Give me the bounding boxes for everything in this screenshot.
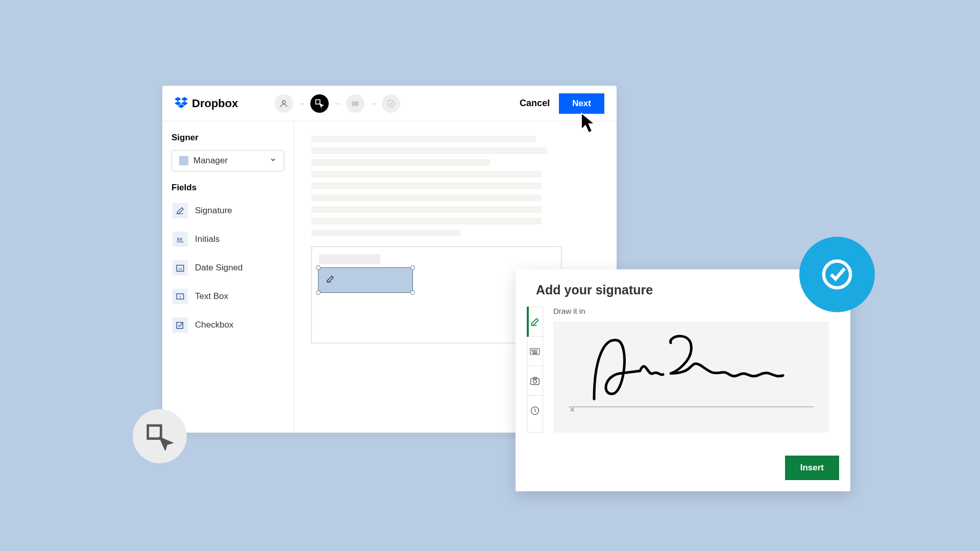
svg-rect-23 [533, 353, 537, 353]
doc-placeholder-line [311, 171, 542, 178]
svg-point-17 [533, 349, 534, 350]
svg-point-7 [388, 100, 395, 107]
step-4-review[interactable] [382, 94, 400, 113]
doc-placeholder-line [319, 254, 380, 264]
sidebar: Signer Manager Fields Signature [162, 121, 294, 433]
svg-marker-1 [181, 97, 188, 101]
doc-placeholder-line [311, 206, 542, 213]
header-actions: Cancel Next [520, 93, 604, 114]
success-badge [799, 237, 875, 312]
field-checkbox[interactable]: Checkbox [172, 314, 284, 336]
svg-point-25 [533, 380, 537, 383]
tab-draw[interactable] [527, 307, 543, 337]
place-fields-badge [133, 409, 187, 463]
doc-placeholder-line [311, 136, 536, 142]
doc-placeholder-line [311, 147, 547, 154]
step-3-document[interactable] [346, 94, 364, 113]
tab-type[interactable] [527, 337, 543, 366]
svg-marker-0 [175, 97, 181, 101]
signature-baseline [569, 407, 814, 407]
step-2-place-fields[interactable] [310, 94, 329, 113]
next-button[interactable]: Next [559, 93, 604, 114]
initials-icon: XX [173, 232, 188, 247]
svg-point-5 [282, 101, 285, 104]
pencil-icon [173, 203, 188, 218]
svg-point-20 [532, 351, 533, 352]
svg-point-28 [824, 261, 851, 288]
draw-area: Draw it in × [543, 307, 839, 433]
field-date-signed[interactable]: 24 Date Signed [172, 257, 284, 279]
svg-text:XX: XX [177, 237, 183, 242]
svg-point-18 [535, 349, 535, 350]
signer-dropdown[interactable]: Manager [172, 150, 284, 171]
field-initials[interactable]: XX Initials [172, 229, 284, 250]
field-label: Initials [195, 234, 219, 244]
cancel-button[interactable]: Cancel [520, 98, 550, 109]
tab-upload[interactable] [527, 366, 543, 396]
dropbox-icon [175, 97, 188, 110]
doc-placeholder-line [311, 218, 542, 224]
pencil-icon [326, 274, 335, 286]
calendar-icon: 24 [173, 260, 188, 276]
arrow-icon: → [334, 99, 341, 108]
svg-text:T: T [179, 295, 182, 299]
svg-point-16 [532, 349, 532, 350]
insert-button[interactable]: Insert [785, 456, 839, 480]
field-text-box[interactable]: T Text Box [172, 286, 284, 307]
signer-color-swatch [179, 156, 188, 165]
signature-canvas[interactable]: × [553, 321, 829, 433]
field-signature[interactable]: Signature [172, 200, 284, 221]
signer-selected-label: Manager [193, 156, 228, 166]
arrow-icon: → [298, 99, 305, 108]
placed-signature-field[interactable] [318, 267, 413, 293]
signature-method-tabs [527, 307, 543, 433]
field-label: Signature [195, 206, 232, 216]
doc-placeholder-line [311, 183, 542, 189]
brand-logo[interactable]: Dropbox [175, 97, 238, 110]
svg-rect-26 [533, 377, 537, 379]
arrow-icon: → [370, 99, 377, 108]
drawn-signature [569, 328, 814, 404]
resize-handle[interactable] [316, 265, 321, 270]
svg-rect-24 [531, 379, 540, 385]
field-label: Text Box [195, 291, 228, 302]
resize-handle[interactable] [410, 290, 415, 295]
checkbox-icon [173, 317, 188, 333]
svg-point-22 [536, 351, 536, 352]
resize-handle[interactable] [410, 265, 415, 270]
svg-point-21 [534, 351, 535, 352]
dialog-body: Draw it in × [516, 307, 850, 433]
brand-name: Dropbox [192, 97, 238, 110]
svg-point-19 [537, 349, 537, 350]
cursor-icon [580, 111, 599, 137]
fields-heading: Fields [172, 183, 284, 193]
field-label: Date Signed [195, 263, 243, 273]
header: Dropbox → → → Cancel Next [162, 86, 617, 121]
textbox-icon: T [173, 289, 188, 304]
field-list: Signature XX Initials 24 Date Signed [172, 200, 284, 336]
signer-heading: Signer [172, 133, 284, 143]
clear-signature-button[interactable]: × [570, 405, 575, 415]
svg-text:24: 24 [178, 267, 182, 271]
tab-saved[interactable] [527, 396, 543, 425]
step-1-people[interactable] [275, 94, 293, 113]
field-label: Checkbox [195, 320, 234, 330]
doc-placeholder-line [311, 230, 461, 236]
doc-placeholder-line [311, 194, 542, 201]
signature-dialog: Add your signature Draw it in × [516, 269, 850, 491]
resize-handle[interactable] [316, 290, 321, 295]
chevron-down-icon [270, 156, 277, 165]
progress-stepper: → → → [275, 94, 400, 113]
draw-label: Draw it in [553, 307, 829, 315]
doc-placeholder-line [311, 159, 490, 166]
